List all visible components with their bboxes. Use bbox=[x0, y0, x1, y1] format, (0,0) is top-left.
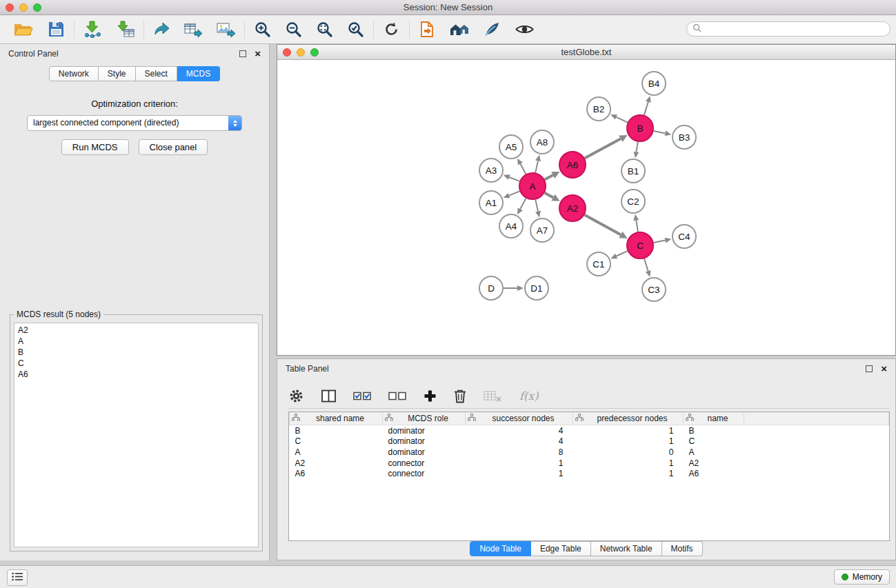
cell[interactable]: 1 bbox=[466, 458, 573, 469]
graph-node-A3[interactable]: A3 bbox=[479, 159, 503, 182]
search-field[interactable] bbox=[686, 21, 890, 37]
tab-network[interactable]: Network bbox=[49, 66, 99, 81]
select-all-icon[interactable] bbox=[353, 389, 372, 403]
show-graphics-details-icon[interactable] bbox=[515, 21, 535, 38]
graph-edge-B-B2[interactable] bbox=[610, 114, 628, 123]
cell[interactable]: C bbox=[684, 436, 744, 447]
cell[interactable]: dominator bbox=[383, 436, 466, 447]
cell[interactable]: 1 bbox=[573, 468, 684, 479]
graph-edge-A-A5[interactable] bbox=[517, 159, 526, 174]
mcds-result-item-C[interactable]: C bbox=[18, 358, 255, 369]
graph-edge-A-A1[interactable] bbox=[504, 191, 520, 198]
graph-node-A8[interactable]: A8 bbox=[530, 130, 554, 154]
memory-button[interactable]: Memory bbox=[834, 569, 890, 585]
graph-edge-B-B4[interactable] bbox=[644, 96, 651, 115]
mcds-result-item-A6[interactable]: A6 bbox=[18, 369, 255, 380]
close-panel-icon[interactable]: × bbox=[255, 50, 261, 58]
cell[interactable]: A2 bbox=[684, 458, 744, 469]
column-header-successor-nodes[interactable]: successor nodes bbox=[466, 412, 573, 425]
zoom-out-icon[interactable] bbox=[285, 21, 302, 38]
graph-node-C[interactable]: C bbox=[627, 232, 653, 258]
zoom-selected-icon[interactable] bbox=[347, 21, 364, 38]
cell[interactable]: 4 bbox=[466, 436, 573, 447]
help-icon[interactable] bbox=[484, 21, 501, 38]
graph-node-A[interactable]: A bbox=[519, 173, 546, 199]
table-row-A2[interactable]: A2connector11A2 bbox=[290, 458, 889, 469]
mcds-result-list[interactable]: A2ABCA6 bbox=[14, 323, 259, 547]
network-canvas[interactable]: B4B2BB3A8A5A6B1A3AC2A1A2A4A7C4CC1C3DD1 bbox=[277, 60, 895, 355]
table-tab-node-table[interactable]: Node Table bbox=[470, 541, 531, 556]
tab-mcds[interactable]: MCDS bbox=[177, 66, 220, 81]
home-icon[interactable] bbox=[449, 21, 470, 38]
graph-edge-A-A2[interactable] bbox=[545, 193, 560, 201]
zoom-in-icon[interactable] bbox=[254, 21, 271, 38]
close-panel-button[interactable]: Close panel bbox=[139, 139, 208, 155]
graph-node-A4[interactable]: A4 bbox=[499, 214, 523, 238]
gear-icon[interactable] bbox=[288, 388, 304, 404]
cell[interactable]: 4 bbox=[466, 425, 573, 436]
graph-node-A5[interactable]: A5 bbox=[499, 135, 523, 159]
run-mcds-button[interactable]: Run MCDS bbox=[61, 139, 129, 155]
graph-edge-A-A6[interactable] bbox=[545, 172, 560, 180]
import-table-icon[interactable] bbox=[116, 21, 135, 38]
mcds-result-item-A[interactable]: A bbox=[18, 336, 255, 347]
cell[interactable]: connector bbox=[383, 468, 466, 479]
cell[interactable]: A bbox=[684, 447, 744, 458]
column-icon[interactable] bbox=[321, 388, 337, 404]
column-header-mcds-role[interactable]: MCDS role bbox=[383, 412, 466, 425]
table-row-C[interactable]: Cdominator41C bbox=[290, 436, 889, 447]
table-float-panel-icon[interactable] bbox=[866, 365, 873, 372]
column-header-name[interactable]: name bbox=[684, 412, 744, 425]
graph-node-C4[interactable]: C4 bbox=[673, 225, 696, 248]
export-image-icon[interactable] bbox=[217, 21, 235, 38]
destroy-table-icon[interactable] bbox=[484, 389, 501, 403]
mcds-result-item-A2[interactable]: A2 bbox=[18, 325, 255, 336]
graph-edge-C-C1[interactable] bbox=[610, 251, 627, 258]
zoom-fit-icon[interactable] bbox=[316, 21, 333, 38]
graph-edge-C-C4[interactable] bbox=[654, 238, 672, 243]
optimization-criterion-select[interactable]: largest connected component (directed) bbox=[27, 115, 242, 131]
graph-edge-B-B1[interactable] bbox=[634, 142, 639, 158]
refresh-icon[interactable] bbox=[383, 21, 400, 38]
graph-edge-C-C2[interactable] bbox=[633, 214, 639, 232]
float-panel-icon[interactable] bbox=[239, 50, 246, 57]
deselect-all-icon[interactable] bbox=[388, 389, 407, 403]
graph-edge-A-A7[interactable] bbox=[535, 200, 541, 218]
graph-node-B4[interactable]: B4 bbox=[642, 72, 666, 95]
cell[interactable]: 1 bbox=[573, 458, 684, 469]
graph-edge-A6-B[interactable] bbox=[585, 135, 628, 158]
table-tab-edge-table[interactable]: Edge Table bbox=[531, 541, 591, 556]
table-row-B[interactable]: Bdominator41B bbox=[290, 425, 889, 436]
mcds-result-item-B[interactable]: B bbox=[18, 347, 255, 358]
column-header-shared-name[interactable]: shared name bbox=[290, 412, 383, 425]
cell[interactable]: B bbox=[290, 425, 383, 436]
column-header-predecessor-nodes[interactable]: predecessor nodes bbox=[573, 412, 684, 425]
graph-edge-A-A3[interactable] bbox=[504, 174, 520, 181]
table-row-A[interactable]: Adominator80A bbox=[290, 447, 889, 458]
export-network-icon[interactable] bbox=[153, 21, 170, 38]
cell[interactable]: 1 bbox=[466, 468, 573, 479]
export-table-icon[interactable] bbox=[184, 21, 203, 38]
graph-node-C3[interactable]: C3 bbox=[642, 278, 666, 301]
graph-edge-A-A4[interactable] bbox=[517, 199, 526, 215]
graph-node-A1[interactable]: A1 bbox=[479, 191, 503, 214]
import-network-icon[interactable] bbox=[83, 21, 102, 38]
graph-edge-A2-C[interactable] bbox=[585, 215, 628, 239]
cell[interactable]: 0 bbox=[573, 447, 684, 458]
cell[interactable]: connector bbox=[383, 458, 466, 469]
panel-menu-button[interactable] bbox=[7, 569, 28, 586]
search-input[interactable] bbox=[705, 23, 884, 34]
function-builder-icon[interactable]: f(x) bbox=[518, 389, 543, 403]
cell[interactable]: dominator bbox=[383, 425, 466, 436]
cell[interactable]: A6 bbox=[684, 468, 744, 479]
cell[interactable]: dominator bbox=[383, 447, 466, 458]
graph-edge-C-C3[interactable] bbox=[644, 258, 651, 277]
graph-node-A2[interactable]: A2 bbox=[559, 195, 586, 221]
tab-style[interactable]: Style bbox=[99, 66, 136, 81]
graph-edge-D-D1[interactable] bbox=[504, 285, 524, 291]
cell[interactable]: A2 bbox=[290, 458, 383, 469]
graph-node-B[interactable]: B bbox=[627, 115, 653, 141]
cell[interactable]: C bbox=[290, 436, 383, 447]
table-row-A6[interactable]: A6connector11A6 bbox=[290, 468, 889, 479]
open-file-icon[interactable] bbox=[13, 21, 34, 38]
